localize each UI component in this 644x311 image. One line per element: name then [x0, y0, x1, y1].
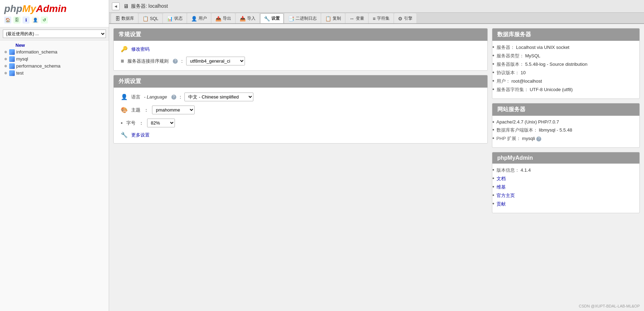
bullet-text: 文档	[497, 176, 506, 182]
settings-tab-label: 设置	[271, 15, 280, 21]
bullet-dot: •	[492, 119, 494, 125]
topbar: ◄ 🖥 服务器: localhost	[109, 0, 644, 13]
settings-tab-icon: 🔧	[264, 16, 270, 21]
expand-icon: ⊕	[3, 56, 8, 62]
bullet-text: 版本信息： 4.1.4	[497, 167, 531, 173]
charset-tab-icon: ≡	[373, 16, 375, 21]
left-panels: 常规设置 🔑 修改密码 ≡ 服务器连接排序规则 ? :	[113, 28, 488, 307]
tree-area: New⊕information_schema⊕mysql⊕performance…	[0, 40, 109, 311]
fontsize-select[interactable]: 82%	[147, 119, 175, 127]
bullet-text: 服务器字符集： UTF-8 Unicode (utf8)	[497, 87, 573, 93]
back-button[interactable]: ◄	[112, 2, 120, 10]
bullet-dot: •	[492, 78, 494, 84]
sql-tab-label: SQL	[150, 16, 158, 21]
tab-users[interactable]: 👤用户	[187, 13, 211, 23]
bullet-value: UTF-8 Unicode (utf8)	[530, 87, 573, 92]
replication-tab-label: 复制	[333, 15, 341, 21]
sidebar: phpMyAdmin 🏠 🗄 ℹ 👤 ↺ (最近使用的表) ... New⊕in…	[0, 0, 109, 311]
help-icon[interactable]: ?	[536, 137, 541, 141]
language-help-icon[interactable]: ?	[171, 95, 176, 100]
tab-engine[interactable]: ⚙引擎	[394, 13, 416, 23]
bullet-text: 数据库客户端版本： libmysql - 5.5.48	[497, 127, 572, 133]
tab-variables[interactable]: ↔变量	[346, 13, 368, 23]
tab-export[interactable]: 📤导出	[211, 13, 235, 23]
web-server-body: •Apache/2.4.7 (Unix) PHP/7.0.7•数据库客户端版本：…	[492, 116, 639, 147]
db-icon	[9, 49, 15, 55]
bullet-label: 服务器类型：	[497, 53, 525, 58]
bullet-dot: •	[492, 127, 494, 133]
bullet-dot: •	[492, 192, 494, 198]
bullet-label: 版本信息：	[497, 167, 521, 173]
bullet-link[interactable]: 官方主页	[497, 193, 515, 198]
tree-label: mysql	[16, 56, 28, 62]
theme-select[interactable]: pmahomme	[152, 106, 195, 114]
db-server-header: 数据库服务器	[492, 28, 639, 41]
tab-binary_log[interactable]: 📑二进制日志	[284, 13, 321, 23]
change-password-link[interactable]: 修改密码	[131, 46, 150, 52]
databases-tab-icon: 🗄	[115, 16, 120, 21]
bullet-link[interactable]: 文档	[497, 176, 506, 181]
bullet-item: •数据库客户端版本： libmysql - 5.5.48	[492, 127, 639, 133]
collation-help-icon[interactable]: ?	[173, 59, 178, 64]
more-settings-link[interactable]: 更多设置	[131, 132, 150, 138]
refresh-icon[interactable]: ↺	[41, 17, 48, 24]
users-tab-icon: 👤	[191, 16, 197, 21]
variables-tab-label: 变量	[356, 15, 364, 21]
fontsize-label: 字号	[126, 120, 135, 126]
theme-icon: 🎨	[121, 107, 128, 113]
bullet-item: •Apache/2.4.7 (Unix) PHP/7.0.7	[492, 119, 639, 125]
bullet-text: 用户： root@localhost	[497, 78, 542, 84]
bullet-value: root@localhost	[511, 78, 542, 84]
sql-tab-icon: 📋	[143, 16, 149, 21]
tab-status[interactable]: 📊状态	[163, 13, 187, 23]
tree-item-information_schema[interactable]: ⊕information_schema	[0, 49, 109, 56]
bullet-label: 数据库客户端版本：	[497, 127, 539, 133]
tree-item-performance_schema[interactable]: ⊕performance_schema	[0, 63, 109, 70]
tree-item-new[interactable]: New	[0, 42, 109, 49]
bullet-item: •维基	[492, 184, 639, 190]
collation-icon: ≡	[121, 58, 124, 64]
tab-import[interactable]: 📥导入	[236, 13, 259, 23]
logo: phpMyAdmin	[4, 4, 105, 14]
tab-settings[interactable]: 🔧设置	[260, 13, 284, 23]
bullet-text: 官方主页	[497, 192, 515, 199]
variables-tab-icon: ↔	[349, 16, 354, 21]
bullet-item: •版本信息： 4.1.4	[492, 167, 639, 173]
logo-icons: 🏠 🗄 ℹ 👤 ↺	[4, 17, 105, 25]
appearance-settings-header: 外观设置	[114, 75, 487, 88]
user-icon[interactable]: 👤	[32, 17, 39, 24]
info-icon[interactable]: ℹ	[23, 17, 30, 24]
language-select[interactable]: 中文 - Chinese simplified	[184, 93, 253, 101]
fontsize-bullet: •	[121, 120, 123, 126]
bullet-dot: •	[492, 135, 494, 141]
db-select[interactable]: (最近使用的表) ...	[3, 30, 106, 38]
bullet-dot: •	[492, 184, 494, 190]
tab-sql[interactable]: 📋SQL	[139, 14, 162, 23]
bullet-text: Apache/2.4.7 (Unix) PHP/7.0.7	[497, 119, 559, 125]
fontsize-row: • 字号 ： 82%	[121, 119, 480, 127]
tree-item-mysql[interactable]: ⊕mysql	[0, 56, 109, 63]
bullet-text: PHP 扩展： mysqli?	[497, 135, 542, 142]
bullet-dot: •	[492, 201, 494, 207]
tree-label: performance_schema	[16, 63, 61, 69]
bullet-item: •文档	[492, 176, 639, 182]
language-row: 👤 语言 - Language ? : 中文 - Chinese simplif…	[121, 93, 480, 101]
tab-charset[interactable]: ≡字符集	[369, 13, 393, 23]
theme-label: 主题	[131, 107, 140, 113]
bullet-dot: •	[492, 70, 494, 75]
tree-item-test[interactable]: ⊕test	[0, 70, 109, 77]
main-content: ◄ 🖥 服务器: localhost 🗄数据库📋SQL📊状态👤用户📤导出📥导入🔧…	[109, 0, 644, 311]
tab-databases[interactable]: 🗄数据库	[111, 13, 138, 23]
bullet-text: 维基	[497, 184, 506, 190]
database-icon[interactable]: 🗄	[13, 17, 20, 24]
appearance-settings-panel: 外观设置 👤 语言 - Language ? : 中文 - Chinese si…	[113, 75, 488, 144]
theme-separator: ：	[144, 107, 149, 113]
bullet-value: 10	[520, 70, 525, 75]
bullet-link[interactable]: 贡献	[497, 201, 506, 207]
collation-separator: :	[181, 58, 183, 64]
bullet-link[interactable]: 维基	[497, 184, 506, 190]
logo-my: My	[22, 3, 36, 14]
tab-replication[interactable]: 📋复制	[321, 13, 345, 23]
home-icon[interactable]: 🏠	[4, 17, 11, 24]
collation-select[interactable]: utf8mb4_general_ci	[186, 57, 245, 65]
